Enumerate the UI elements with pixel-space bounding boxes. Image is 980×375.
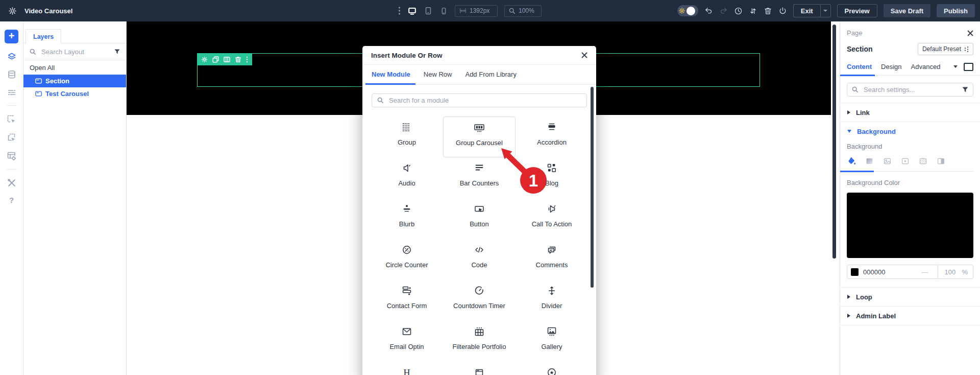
- hex-value[interactable]: 000000: [863, 268, 917, 276]
- publish-button[interactable]: Publish: [937, 4, 975, 17]
- search-icon: [852, 86, 859, 93]
- section-settings-gear-icon[interactable]: [201, 56, 208, 63]
- text-lines-icon[interactable]: [7, 88, 16, 97]
- image-background-icon[interactable]: [883, 157, 892, 166]
- power-portability-icon[interactable]: [778, 7, 787, 15]
- layer-item-section[interactable]: Section: [23, 75, 126, 87]
- canvas-zoom-input[interactable]: [519, 7, 537, 14]
- pointer-box-icon[interactable]: [7, 114, 16, 124]
- module-bar-counters[interactable]: Bar Counters: [443, 157, 516, 198]
- code-icon: [473, 244, 485, 256]
- module-comments[interactable]: Comments: [516, 239, 588, 280]
- tab-design[interactable]: Design: [881, 63, 901, 71]
- group-loop-toggle[interactable]: Loop: [840, 288, 980, 306]
- modal-close-icon[interactable]: [581, 52, 587, 58]
- module-group[interactable]: Group: [371, 116, 443, 157]
- group-admin-label-toggle[interactable]: Admin Label: [840, 307, 980, 325]
- module-call-to-action[interactable]: Call To Action: [516, 198, 588, 239]
- module-filterable-portfolio[interactable]: Filterable Portfolio: [443, 321, 516, 362]
- gradient-icon[interactable]: [865, 157, 874, 166]
- module-card[interactable]: [443, 362, 516, 375]
- group-background-toggle[interactable]: Background: [840, 122, 980, 140]
- preview-button[interactable]: Preview: [837, 4, 877, 17]
- module-accordion[interactable]: Accordion: [516, 116, 588, 157]
- module-gallery[interactable]: Gallery: [516, 321, 588, 362]
- tab-advanced[interactable]: Advanced: [911, 63, 941, 71]
- module-button[interactable]: Button: [443, 198, 516, 239]
- breadcrumb[interactable]: Page: [847, 29, 862, 37]
- section-trash-icon[interactable]: [235, 56, 241, 63]
- module-icon-star[interactable]: [516, 362, 588, 375]
- desktop-view-icon[interactable]: [407, 6, 417, 16]
- open-all-button[interactable]: Open All: [23, 60, 126, 75]
- color-chip[interactable]: [851, 268, 859, 276]
- opacity-field[interactable]: 100 %: [938, 265, 973, 278]
- modal-scrollbar[interactable]: [591, 87, 594, 288]
- tab-content[interactable]: Content: [847, 63, 872, 71]
- module-circle-counter[interactable]: Circle Counter: [371, 239, 443, 280]
- chevron-down-icon[interactable]: [953, 65, 958, 68]
- database-icon[interactable]: [7, 70, 16, 79]
- settings-gear-icon[interactable]: [8, 7, 17, 15]
- module-search-input[interactable]: [388, 96, 581, 105]
- module-code[interactable]: Code: [443, 239, 516, 280]
- module-group-carousel[interactable]: Group Carousel: [443, 116, 516, 157]
- filter-funnel-icon[interactable]: [114, 49, 120, 54]
- tab-new-module[interactable]: New Module: [372, 65, 410, 84]
- settings-panel-scrollbar[interactable]: [832, 25, 836, 259]
- layers-icon[interactable]: [7, 52, 16, 61]
- opacity-value[interactable]: 100: [944, 268, 962, 276]
- tab-new-row[interactable]: New Row: [424, 65, 452, 84]
- pattern-background-icon[interactable]: [919, 157, 927, 166]
- module-label: Circle Counter: [385, 261, 428, 269]
- filter-funnel-icon[interactable]: [962, 87, 968, 92]
- wireframe-view-icon[interactable]: [964, 63, 973, 71]
- pointer-box-multi-icon[interactable]: [7, 133, 16, 143]
- background-color-swatch[interactable]: [847, 193, 973, 258]
- section-more-dots-icon[interactable]: [246, 56, 248, 63]
- mask-background-icon[interactable]: [937, 157, 945, 166]
- table-settings-icon[interactable]: [7, 151, 16, 161]
- canvas-zoom-field[interactable]: [504, 5, 542, 17]
- tab-layers[interactable]: Layers: [26, 29, 61, 44]
- help-icon[interactable]: ?: [9, 196, 14, 204]
- history-clock-icon[interactable]: [734, 7, 743, 15]
- fill-bucket-icon[interactable]: [847, 156, 856, 166]
- trash-icon[interactable]: [764, 7, 772, 15]
- duplicate-icon[interactable]: [212, 56, 219, 63]
- sort-arrows-icon[interactable]: [749, 7, 757, 15]
- module-blog[interactable]: Blog: [516, 157, 588, 198]
- video-background-icon[interactable]: [901, 157, 910, 166]
- module-countdown-timer[interactable]: Countdown Timer: [443, 280, 516, 321]
- email-optin-icon: [401, 325, 413, 338]
- close-icon[interactable]: [967, 30, 973, 36]
- exit-dropdown-button[interactable]: [820, 4, 831, 17]
- module-contact-form[interactable]: Contact Form: [371, 280, 443, 321]
- group-link-toggle[interactable]: Link: [840, 103, 980, 122]
- exit-button[interactable]: Exit: [793, 4, 820, 17]
- tab-add-from-library[interactable]: Add From Library: [465, 65, 516, 84]
- add-plus-button[interactable]: +: [5, 30, 18, 43]
- insert-module-modal: Insert Module Or Row New Module New Row …: [362, 46, 596, 375]
- settings-search-input[interactable]: [863, 85, 958, 94]
- publish-label: Publish: [944, 7, 968, 15]
- tools-icon[interactable]: [7, 178, 16, 188]
- canvas-width-field[interactable]: [455, 5, 498, 17]
- columns-icon[interactable]: [224, 56, 230, 63]
- phone-view-icon[interactable]: [439, 7, 448, 15]
- save-draft-button[interactable]: Save Draft: [884, 4, 930, 17]
- module-heading[interactable]: H: [371, 362, 443, 375]
- default-preset-button[interactable]: Default Preset: [918, 43, 973, 55]
- layer-item-test-carousel[interactable]: Test Carousel: [23, 87, 126, 100]
- module-email-optin[interactable]: Email Optin: [371, 321, 443, 362]
- redo-icon[interactable]: [719, 7, 728, 15]
- layout-search-input[interactable]: [40, 48, 110, 56]
- more-dots-icon[interactable]: [398, 6, 401, 15]
- module-divider[interactable]: Divider: [516, 280, 588, 321]
- canvas-width-input[interactable]: [470, 7, 493, 14]
- module-blurb[interactable]: Blurb: [371, 198, 443, 239]
- builder-mode-toggle[interactable]: [677, 5, 698, 16]
- module-audio[interactable]: Audio: [371, 157, 443, 198]
- undo-icon[interactable]: [704, 7, 713, 15]
- tablet-view-icon[interactable]: [424, 6, 433, 15]
